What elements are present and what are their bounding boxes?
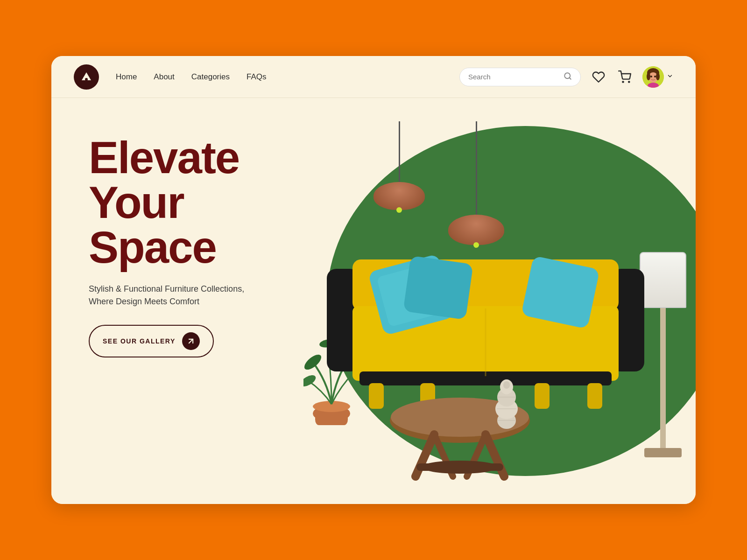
svg-line-4 (569, 77, 571, 79)
svg-rect-32 (587, 383, 602, 409)
chevron-down-icon (667, 73, 673, 81)
svg-line-15 (189, 339, 193, 343)
avatar (642, 66, 664, 88)
hero-title-line3: Space (89, 222, 216, 272)
nav-link-faqs[interactable]: FAQs (247, 72, 267, 81)
hero-subtitle: Stylish & Functional Furniture Collectio… (89, 283, 266, 308)
nav-link-home[interactable]: Home (116, 72, 137, 81)
browser-window: Home About Categories FAQs (51, 56, 696, 504)
svg-rect-35 (403, 256, 473, 320)
search-icon (564, 72, 572, 82)
see-gallery-button[interactable]: SEE OUR GALLERY (89, 325, 214, 357)
svg-point-12 (650, 76, 652, 77)
hero-title: Elevate Your Space (89, 135, 266, 270)
hero-text-block: Elevate Your Space Stylish & Functional … (89, 135, 266, 357)
cta-label: SEE OUR GALLERY (103, 337, 176, 345)
user-avatar-button[interactable] (642, 66, 673, 88)
svg-point-45 (422, 461, 498, 474)
pendant-lamp-right (448, 121, 504, 245)
svg-rect-31 (535, 383, 550, 409)
floor-lamp (640, 252, 686, 457)
hero-section: Elevate Your Space Stylish & Functional … (51, 98, 696, 504)
svg-point-11 (656, 73, 660, 80)
floor-lamp-pole (660, 308, 666, 448)
search-bar[interactable] (459, 68, 581, 86)
wishlist-button[interactable] (590, 69, 607, 85)
furniture-scene (289, 121, 696, 504)
lamp-bulb-left (396, 207, 402, 213)
floor-lamp-shade (640, 252, 686, 308)
nav-links: Home About Categories FAQs (116, 72, 267, 82)
sofa-svg (327, 231, 644, 409)
nav-link-about[interactable]: About (154, 72, 174, 81)
svg-point-13 (654, 76, 656, 77)
nav-item-home[interactable]: Home (116, 72, 137, 82)
nav-link-categories[interactable]: Categories (191, 72, 230, 81)
svg-point-10 (647, 73, 650, 80)
cart-button[interactable] (616, 69, 633, 85)
svg-point-6 (628, 81, 629, 82)
navbar: Home About Categories FAQs (51, 56, 696, 98)
vase-svg (490, 378, 523, 430)
hero-title-line1: Elevate (89, 133, 239, 182)
svg-point-5 (622, 81, 623, 82)
floor-lamp-base (644, 448, 682, 457)
nav-item-categories[interactable]: Categories (191, 72, 230, 82)
lamp-shade-left (374, 182, 425, 210)
hero-title-line2: Your (89, 177, 184, 227)
pendant-lamp-left (374, 121, 425, 210)
svg-point-19 (303, 352, 324, 372)
arrow-icon (182, 332, 200, 350)
svg-rect-29 (369, 383, 384, 409)
lamp-cord-right (476, 121, 477, 215)
decorative-vase (490, 378, 523, 432)
lamp-cord-left (399, 121, 400, 182)
nav-right (459, 66, 673, 88)
brand-logo[interactable] (74, 64, 99, 90)
svg-rect-50 (503, 381, 510, 389)
nav-item-about[interactable]: About (154, 72, 174, 82)
svg-point-2 (85, 78, 88, 81)
search-input[interactable] (468, 73, 560, 81)
sofa (327, 231, 644, 411)
nav-item-faqs[interactable]: FAQs (247, 72, 267, 82)
